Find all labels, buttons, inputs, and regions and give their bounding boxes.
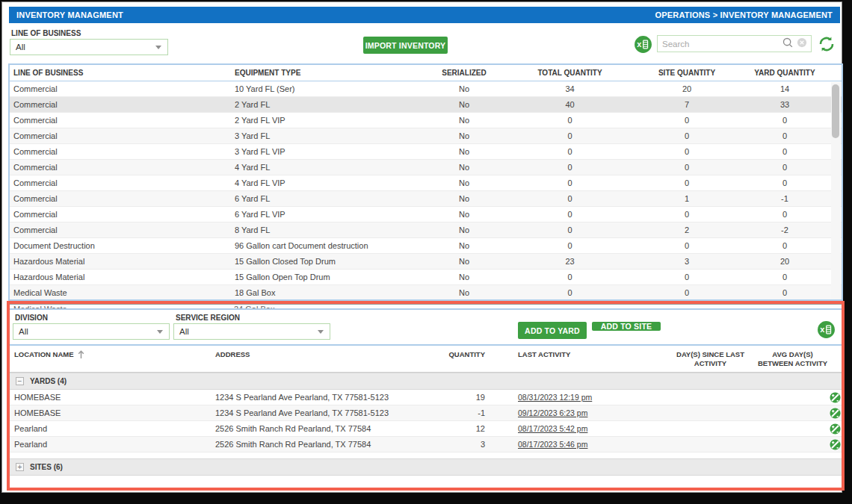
adjust-quantity-icon[interactable] (828, 408, 842, 419)
search-box (657, 35, 812, 52)
yard-quantity-cell: 0 (738, 116, 831, 125)
line-of-business-cell: Commercial (10, 84, 231, 93)
adjust-quantity-icon[interactable] (828, 439, 842, 450)
division-label: DIVISION (15, 314, 48, 322)
location-row[interactable]: Pearland2526 Smith Ranch Rd Pearland, TX… (10, 421, 842, 437)
yard-quantity-cell: 0 (738, 273, 831, 281)
equipment-type-cell: 2 Yard FL (231, 100, 424, 109)
yard-quantity-cell: 0 (738, 241, 831, 250)
service-region-value: All (179, 327, 189, 336)
inventory-row[interactable]: Document Destruction96 Gallon cart Docum… (10, 238, 842, 254)
location-name-cell: HOMEBASE (10, 393, 212, 402)
address-cell: 2526 Smith Ranch Rd Pearland, TX 77584 (212, 440, 421, 449)
scrollbar-thumb[interactable] (832, 84, 839, 138)
column-header-total-quantity[interactable]: TOTAL QUANTITY (504, 69, 635, 77)
site-quantity-cell: 1 (635, 194, 738, 203)
add-to-site-button[interactable]: ADD TO SITE (592, 322, 661, 331)
equipment-type-cell: 6 Yard FL VIP (231, 210, 424, 219)
import-inventory-button[interactable]: IMPORT INVENTORY (363, 37, 448, 54)
column-header-address[interactable]: ADDRESS (212, 350, 421, 359)
adjust-quantity-icon[interactable] (828, 423, 842, 435)
refresh-icon[interactable] (818, 35, 836, 53)
inventory-row[interactable]: Hazardous Material15 Gallon Open Top Dru… (10, 270, 842, 285)
chevron-down-icon (318, 330, 324, 334)
division-select[interactable]: All (13, 323, 170, 340)
last-activity-link[interactable]: 09/12/2023 6:23 pm (518, 408, 587, 417)
serialized-cell: No (424, 257, 504, 266)
equipment-type-cell: 4 Yard FL (231, 163, 424, 172)
line-of-business-cell: Commercial (10, 147, 231, 156)
app-window: INVENTORY MANAGMENT OPERATIONS > INVENTO… (1, 1, 842, 493)
vertical-scrollbar[interactable] (831, 82, 841, 299)
yard-quantity-cell: 0 (738, 147, 831, 156)
inventory-row[interactable]: Hazardous Material15 Gallon Closed Top D… (10, 254, 842, 270)
last-activity-cell: 08/31/2023 12:19 pm (488, 393, 664, 402)
location-group-header[interactable]: +SITES (6) (10, 458, 842, 476)
serialized-cell: No (424, 210, 504, 219)
adjust-quantity-icon[interactable] (828, 392, 842, 403)
column-header-location-name[interactable]: LOCATION NAME (10, 350, 212, 359)
location-row[interactable]: HOMEBASE1234 S Pearland Ave Pearland, TX… (10, 405, 842, 421)
inventory-row[interactable]: Commercial8 Yard FLNo02-2 (10, 223, 842, 238)
inventory-row[interactable]: Commercial6 Yard FLNo01-1 (10, 191, 842, 207)
last-activity-link[interactable]: 08/17/2023 5:42 pm (518, 424, 587, 433)
clear-search-icon[interactable] (797, 37, 807, 51)
column-header-yard-quantity[interactable]: YARD QUANTITY (738, 69, 831, 77)
serialized-cell: No (424, 194, 504, 203)
breadcrumb: OPERATIONS > INVENTORY MANAGEMENT (655, 10, 833, 19)
last-activity-link[interactable]: 08/31/2023 12:19 pm (518, 393, 592, 402)
column-header-quantity[interactable]: QUANTITY (421, 350, 488, 359)
search-icon[interactable] (782, 37, 794, 52)
location-row[interactable]: HOMEBASE1234 S Pearland Ave Pearland, TX… (10, 390, 842, 405)
inventory-row[interactable]: Commercial2 Yard FLNo40733 (10, 97, 842, 113)
serialized-cell: No (424, 116, 504, 125)
last-activity-link[interactable]: 08/17/2023 5:46 pm (518, 440, 587, 449)
location-group-header[interactable]: −YARDS (4) (10, 373, 842, 390)
collapse-icon[interactable]: − (16, 377, 24, 385)
location-row[interactable]: Pearland2526 Smith Ranch Rd Pearland, TX… (10, 437, 842, 452)
column-header-avg-days-between-activity[interactable]: AVG DAY(S) BETWEEN ACTIVITY (757, 350, 828, 368)
search-input[interactable] (662, 40, 779, 49)
equipment-type-cell: 4 Yard FL VIP (231, 178, 424, 187)
yard-quantity-cell: 33 (738, 100, 831, 109)
screenshot-frame: INVENTORY MANAGMENT OPERATIONS > INVENTO… (0, 0, 852, 504)
last-activity-cell: 08/17/2023 5:46 pm (488, 440, 664, 449)
inventory-row[interactable]: Commercial3 Yard FL VIPNo000 (10, 144, 842, 160)
column-header-line-of-business[interactable]: LINE OF BUSINESS (10, 69, 231, 77)
add-to-yard-button[interactable]: ADD TO YARD (518, 322, 587, 339)
quantity-cell: 19 (421, 393, 488, 402)
inventory-row[interactable]: Commercial4 Yard FL VIPNo000 (10, 175, 842, 191)
excel-export-icon[interactable]: x (817, 320, 836, 339)
address-cell: 2526 Smith Ranch Rd Pearland, TX 77584 (212, 424, 421, 433)
column-header-site-quantity[interactable]: SITE QUANTITY (635, 69, 738, 77)
serialized-cell: No (424, 147, 504, 156)
sort-ascending-icon (78, 350, 84, 359)
serialized-cell: No (424, 288, 504, 297)
yard-quantity-cell: -2 (738, 225, 831, 234)
page-title: INVENTORY MANAGMENT (16, 10, 123, 19)
column-header-days-since-last-activity[interactable]: DAY(S) SINCE LAST ACTIVITY (664, 350, 757, 368)
excel-export-icon[interactable]: x (634, 35, 652, 54)
last-activity-cell: 08/17/2023 5:42 pm (488, 424, 664, 433)
line-of-business-cell: Commercial (10, 116, 231, 125)
site-quantity-cell: 0 (635, 116, 738, 125)
yard-quantity-cell: -1 (738, 194, 831, 203)
inventory-row[interactable]: Commercial3 Yard FLNo000 (10, 128, 842, 144)
service-region-select[interactable]: All (173, 323, 330, 340)
inventory-row[interactable]: Commercial2 Yard FL VIPNo000 (10, 113, 842, 128)
inventory-row[interactable]: Commercial6 Yard FL VIPNo000 (10, 207, 842, 223)
expand-icon[interactable]: + (16, 463, 24, 471)
inventory-row[interactable]: Commercial10 Yard FL (Ser)No342014 (10, 81, 842, 97)
total-quantity-cell: 0 (504, 194, 635, 203)
line-of-business-value: All (16, 43, 25, 52)
column-header-last-activity[interactable]: LAST ACTIVITY (488, 350, 664, 359)
line-of-business-select[interactable]: All (10, 39, 168, 55)
location-name-cell: Pearland (10, 440, 212, 449)
total-quantity-cell: 0 (504, 131, 635, 140)
inventory-row[interactable]: Commercial4 Yard FLNo000 (10, 160, 842, 175)
site-quantity-cell: 3 (635, 257, 738, 266)
column-header-equipment-type[interactable]: EQUIPMENT TYPE (231, 69, 424, 77)
yard-quantity-cell: 20 (738, 257, 831, 266)
column-header-serialized[interactable]: SERIALIZED (424, 69, 504, 77)
inventory-row[interactable]: Medical Waste18 Gal BoxNo000 (10, 285, 842, 301)
